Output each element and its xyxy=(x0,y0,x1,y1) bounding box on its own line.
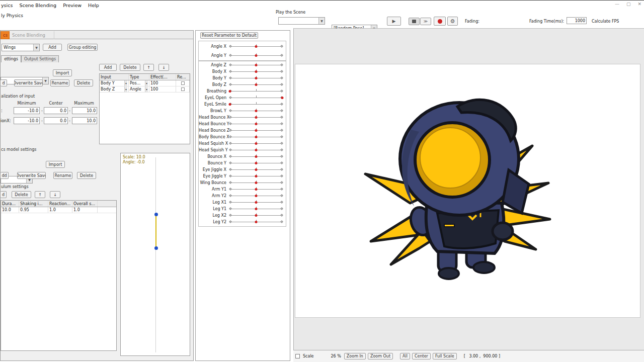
parameter-slider[interactable] xyxy=(230,207,282,211)
group-editing-button[interactable]: Group editing xyxy=(67,44,98,51)
parameter-slider[interactable] xyxy=(230,213,282,218)
fast-forward-button[interactable]: ≫ xyxy=(420,18,431,25)
parameter-slider[interactable] xyxy=(230,82,282,87)
delete-input-button[interactable]: Delete xyxy=(120,64,140,71)
parameter-slider[interactable] xyxy=(230,122,282,126)
parameter-slider[interactable] xyxy=(230,141,282,146)
tab-scene-blending[interactable]: Scene Blending xyxy=(10,31,54,39)
delete-pendulum-button[interactable]: Delete xyxy=(12,191,31,198)
slider-handle[interactable] xyxy=(255,83,258,86)
parameter-slider[interactable] xyxy=(230,161,282,165)
slider-handle[interactable] xyxy=(255,188,258,191)
slider-handle[interactable] xyxy=(255,149,258,151)
parameter-slider[interactable] xyxy=(230,174,282,178)
pendulum-cell[interactable]: 0.95 xyxy=(19,207,48,213)
slider-handle[interactable] xyxy=(255,64,258,66)
parameter-slider[interactable] xyxy=(230,128,282,133)
scene-select[interactable]: ▼ xyxy=(278,17,325,25)
parameter-slider[interactable] xyxy=(230,102,282,107)
slider-handle[interactable] xyxy=(255,201,258,204)
slider-handle[interactable] xyxy=(255,136,258,138)
slider-handle[interactable] xyxy=(255,214,258,217)
add-group-button[interactable]: Add xyxy=(43,44,62,51)
rename-button[interactable]: Rename xyxy=(50,79,69,86)
reverse-checkbox[interactable] xyxy=(181,87,185,91)
parameter-slider[interactable] xyxy=(230,135,282,139)
tab-physics[interactable]: cs xyxy=(1,31,10,39)
slider-handle[interactable] xyxy=(255,155,258,158)
load-button-fragment[interactable]: d xyxy=(1,79,7,86)
pendulum-cell[interactable]: 10.0 xyxy=(1,207,19,213)
center-input[interactable]: 0.0 xyxy=(44,117,68,124)
slider-handle[interactable] xyxy=(255,116,258,119)
reverse-checkbox[interactable] xyxy=(181,81,185,85)
pendulum-preview[interactable]: Scale: 10.0 Angle: -0.0 xyxy=(120,153,190,356)
overwrite-save-button[interactable]: Overwrite Save xyxy=(14,79,43,86)
group-select[interactable]: Wings ▼ xyxy=(2,44,40,51)
effect-cell[interactable]: 100 xyxy=(149,80,176,86)
parameter-slider[interactable] xyxy=(230,53,282,58)
delete-button[interactable]: Delete xyxy=(74,79,93,86)
maximum-input[interactable]: 10.0 xyxy=(72,117,97,124)
maximum-input[interactable]: 10.0 xyxy=(72,107,97,114)
effect-cell[interactable]: 100 xyxy=(149,86,176,92)
parameter-slider[interactable] xyxy=(230,148,282,152)
slider-handle[interactable] xyxy=(255,182,258,184)
input-cell[interactable]: Body Z▾ xyxy=(100,86,129,92)
move-up-button[interactable]: ↑ xyxy=(143,64,154,71)
record-button[interactable] xyxy=(434,17,446,26)
add-pendulum-fragment[interactable]: d xyxy=(1,191,7,198)
slider-handle[interactable] xyxy=(255,195,258,197)
import-button[interactable]: Import xyxy=(53,69,72,76)
slider-handle[interactable] xyxy=(255,162,258,164)
settings-button[interactable]: ⚙ xyxy=(447,17,458,26)
slider-handle[interactable] xyxy=(255,45,258,48)
parameter-slider[interactable] xyxy=(230,109,282,113)
slider-handle[interactable] xyxy=(255,110,258,112)
slider-handle[interactable] xyxy=(229,90,231,93)
all-button[interactable]: All xyxy=(400,353,410,359)
move-down-button[interactable]: ↓ xyxy=(158,64,169,71)
tab-input-settings[interactable]: ettings xyxy=(1,55,21,62)
play-button[interactable]: ▶ xyxy=(387,17,401,26)
full-scale-button[interactable]: Full Scale xyxy=(433,353,457,359)
input-table-row[interactable]: Body Y▾Pos...▾100 xyxy=(100,80,190,86)
slider-handle[interactable] xyxy=(255,142,258,145)
pendulum-node[interactable] xyxy=(154,213,158,216)
parameter-slider[interactable] xyxy=(230,180,282,185)
slider-handle[interactable] xyxy=(255,129,258,132)
delete-model-button[interactable]: Delete xyxy=(77,172,96,179)
parameter-slider[interactable] xyxy=(230,220,282,224)
parameter-slider[interactable] xyxy=(230,69,282,74)
minimum-input[interactable]: -10.0 xyxy=(14,117,40,124)
pendulum-cell[interactable]: 1.0 xyxy=(72,207,98,213)
slider-handle[interactable] xyxy=(255,208,258,210)
parameter-slider[interactable] xyxy=(230,63,282,67)
parameter-slider[interactable] xyxy=(230,44,282,49)
pendulum-up-button[interactable]: ↑ xyxy=(35,191,45,198)
slider-handle[interactable] xyxy=(255,54,258,57)
minimum-input[interactable]: -10.0 xyxy=(14,107,40,114)
tab-output-settings[interactable]: Output Settings xyxy=(21,55,59,62)
fading-time-input[interactable]: 1000 xyxy=(567,17,587,24)
slider-handle[interactable] xyxy=(255,168,258,171)
parameter-slider[interactable] xyxy=(230,187,282,192)
parameter-slider[interactable] xyxy=(230,96,282,100)
overwrite-save-model-button[interactable]: Overwrite Save xyxy=(17,172,46,179)
rename-model-button[interactable]: Rename xyxy=(53,172,72,179)
slider-handle[interactable] xyxy=(255,221,258,223)
pendulum-cell[interactable]: 1.0 xyxy=(48,207,72,213)
parameter-slider[interactable] xyxy=(230,200,282,205)
parameter-slider[interactable] xyxy=(230,115,282,120)
zoom-in-button[interactable]: Zoom In xyxy=(344,353,366,359)
slider-handle[interactable] xyxy=(229,103,231,106)
slider-handle[interactable] xyxy=(255,77,258,79)
slider-handle[interactable] xyxy=(281,97,284,99)
input-table-row[interactable]: Body Z▾Angle▾100 xyxy=(100,86,190,93)
scale-checkbox[interactable] xyxy=(295,354,300,358)
zoom-out-button[interactable]: Zoom Out xyxy=(368,353,393,359)
pendulum-table-row[interactable]: 10.00.951.01.0 xyxy=(1,207,116,213)
parameter-slider[interactable] xyxy=(230,194,282,198)
reset-parameters-button[interactable]: Reset Parameter to Default xyxy=(200,32,258,39)
pendulum-node[interactable] xyxy=(154,246,158,250)
